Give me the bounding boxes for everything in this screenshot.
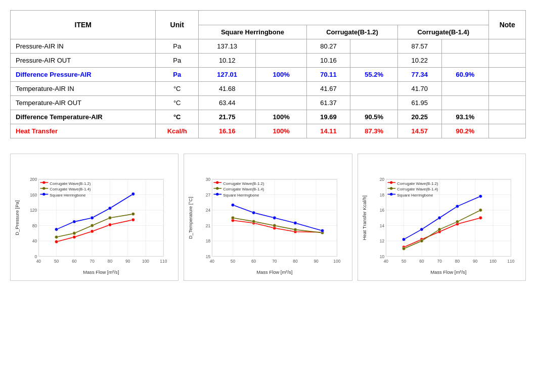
svg-point-47 (42, 181, 45, 184)
svg-text:14: 14 (379, 223, 384, 228)
col-header-item: ITEM (11, 11, 156, 39)
svg-point-96 (273, 216, 276, 219)
row-sq-pct (256, 54, 307, 68)
results-table: ITEM Unit Result Note Square Herringbone… (10, 10, 526, 138)
col-header-note: Note (489, 11, 526, 39)
row-note (489, 68, 526, 82)
svg-text:50: 50 (231, 259, 236, 264)
row-b14-pct: 93.1% (441, 110, 489, 124)
row-b14-pct (441, 39, 489, 54)
svg-text:90: 90 (314, 259, 319, 264)
svg-text:200: 200 (30, 177, 37, 182)
svg-text:50: 50 (54, 259, 59, 264)
row-b12-pct: 90.5% (350, 110, 398, 124)
svg-text:80: 80 (32, 223, 37, 228)
svg-point-103 (216, 187, 219, 189)
row-sq-val: 21.75 (198, 110, 256, 124)
svg-text:120: 120 (30, 208, 37, 213)
svg-text:16: 16 (379, 208, 384, 213)
svg-text:20: 20 (379, 177, 384, 182)
svg-text:24: 24 (206, 208, 211, 213)
row-unit: °C (156, 110, 198, 124)
col-header-b12: Corrugate(B-1.2) (306, 25, 397, 39)
row-b12-val: 70.11 (306, 68, 350, 82)
svg-text:100: 100 (334, 259, 341, 264)
svg-text:80: 80 (293, 259, 298, 264)
svg-text:Mass Flow [m²/s]: Mass Flow [m²/s] (256, 269, 292, 275)
row-sq-pct (256, 96, 307, 110)
svg-point-41 (55, 228, 58, 231)
svg-text:160: 160 (30, 192, 37, 198)
row-sq-pct: 100% (256, 124, 307, 138)
row-unit: Pa (156, 54, 198, 68)
svg-point-161 (390, 193, 392, 195)
svg-point-45 (131, 192, 135, 195)
svg-text:80: 80 (455, 259, 460, 264)
svg-text:Corrugate Wave(B-1.2): Corrugate Wave(B-1.2) (224, 181, 264, 186)
svg-text:Mass Flow [m²/s]: Mass Flow [m²/s] (430, 269, 466, 275)
svg-text:60: 60 (419, 259, 424, 264)
svg-point-94 (232, 204, 235, 207)
svg-text:110: 110 (507, 259, 514, 264)
svg-point-152 (456, 205, 459, 208)
row-b12-val: 41.67 (306, 82, 350, 96)
svg-point-44 (108, 207, 111, 210)
row-b12-pct (350, 54, 398, 68)
svg-point-32 (73, 235, 76, 238)
svg-point-36 (55, 235, 58, 238)
row-b14-val: 77.34 (398, 68, 441, 82)
svg-point-40 (131, 212, 135, 215)
row-b14-val: 87.57 (398, 39, 441, 54)
svg-text:D_Pressure [Pa]: D_Pressure [Pa] (15, 201, 20, 235)
heat-chart: 101214161820405060708090100110Mass Flow … (358, 154, 526, 281)
row-sq-val: 10.12 (198, 54, 256, 68)
svg-point-155 (390, 181, 392, 184)
svg-text:Corrugate Wave(B-1.4): Corrugate Wave(B-1.4) (224, 187, 264, 191)
row-item: Difference Temperature-AIR (11, 110, 156, 124)
row-sq-pct: 100% (256, 110, 307, 124)
row-b14-pct (441, 82, 489, 96)
svg-text:Square Herringbone: Square Herringbone (50, 193, 86, 198)
svg-text:D_Temperature [°C]: D_Temperature [°C] (188, 197, 193, 239)
row-item: Pressure-AIR OUT (11, 54, 156, 68)
svg-point-106 (216, 193, 219, 195)
svg-point-144 (402, 247, 405, 250)
svg-text:Mass Flow [m²/s]: Mass Flow [m²/s] (83, 269, 119, 275)
svg-point-89 (232, 216, 235, 219)
row-sq-val: 127.01 (198, 68, 256, 82)
row-unit: °C (156, 82, 198, 96)
pressure-chart: 04080120160200405060708090100110Mass Flo… (10, 154, 178, 281)
row-b12-val: 14.11 (306, 124, 350, 138)
row-b14-val: 14.57 (398, 124, 441, 138)
row-b14-pct: 60.9% (441, 68, 489, 82)
svg-point-97 (294, 221, 297, 224)
svg-point-143 (479, 216, 482, 219)
svg-point-149 (402, 238, 405, 241)
row-b12-val: 61.37 (306, 96, 350, 110)
temperature-chart: 151821242730405060708090100Mass Flow [m²… (184, 154, 352, 281)
svg-text:90: 90 (473, 259, 478, 264)
row-b14-pct (441, 54, 489, 68)
row-b12-pct (350, 82, 398, 96)
row-b14-val: 61.95 (398, 96, 441, 110)
row-unit: °C (156, 96, 198, 110)
svg-point-33 (91, 230, 94, 233)
svg-text:Corrugate Wave(B-1.4): Corrugate Wave(B-1.4) (50, 187, 91, 191)
row-sq-val: 63.44 (198, 96, 256, 110)
svg-point-145 (420, 239, 423, 242)
svg-text:60: 60 (72, 259, 77, 264)
row-b14-pct (441, 96, 489, 110)
row-note (489, 39, 526, 54)
svg-text:70: 70 (437, 259, 442, 264)
svg-text:110: 110 (160, 259, 167, 264)
svg-text:Corrugate Wave(B-1.2): Corrugate Wave(B-1.2) (50, 181, 91, 186)
svg-text:30: 30 (206, 177, 211, 182)
row-sq-val: 137.13 (198, 39, 256, 54)
svg-point-147 (456, 220, 459, 223)
row-b12-val: 19.69 (306, 110, 350, 124)
row-note (489, 96, 526, 110)
row-item: Difference Pressure-AIR (11, 68, 156, 82)
row-b14-val: 41.70 (398, 82, 441, 96)
row-item: Pressure-AIR IN (11, 39, 156, 54)
svg-point-37 (73, 232, 76, 235)
